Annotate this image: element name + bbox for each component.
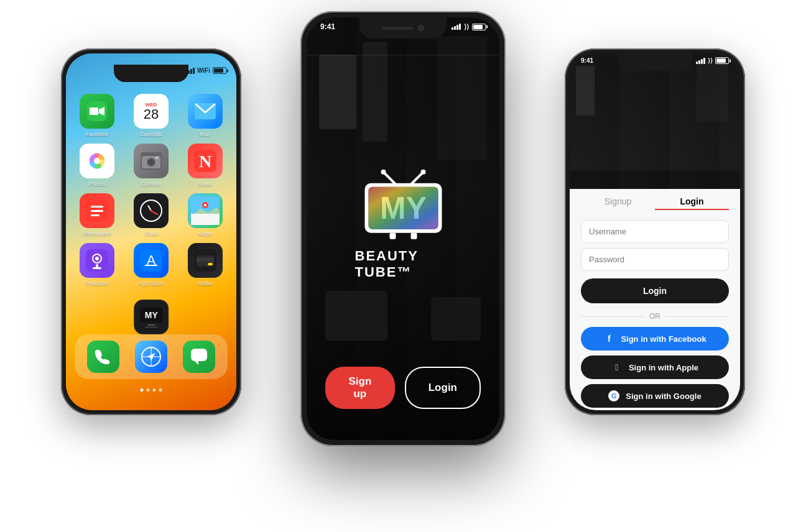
app-label-appstore: App Store — [139, 280, 164, 287]
app-label-photos: Photos — [88, 181, 106, 187]
facebook-button[interactable]: f Sign in with Facebook — [581, 327, 729, 351]
svg-rect-58 — [410, 233, 417, 239]
dock-phone[interactable] — [87, 341, 119, 373]
svg-rect-37 — [208, 263, 213, 265]
login-button-center[interactable]: Login — [405, 367, 481, 409]
notch-center — [359, 17, 447, 39]
page-dots — [141, 388, 162, 392]
svg-marker-48 — [195, 361, 198, 365]
phone-center: 9:41 ⟩⟩ — [300, 11, 506, 446]
svg-point-52 — [420, 170, 425, 175]
svg-rect-47 — [191, 349, 207, 361]
svg-rect-56 — [368, 187, 438, 229]
app-facetime[interactable]: Facetime — [75, 94, 120, 137]
svg-point-25 — [204, 204, 206, 206]
svg-point-15 — [155, 157, 158, 159]
app-label-wallet: Wallet — [197, 280, 213, 287]
svg-point-50 — [381, 170, 386, 175]
svg-point-14 — [148, 159, 154, 165]
tab-signup[interactable]: Signup — [581, 196, 655, 210]
center-logo-area: MY — [355, 166, 452, 280]
scene: 9:41 WiFi — [61, 11, 745, 521]
apple-button[interactable]:  Sign in with Apple — [581, 355, 729, 379]
google-label: Sign in with Google — [626, 392, 701, 401]
svg-rect-30 — [93, 267, 101, 269]
app-label-podcasts: Podcasts — [86, 280, 109, 287]
app-camera[interactable]: Camera — [129, 144, 174, 187]
svg-rect-23 — [191, 214, 220, 225]
battery-left — [213, 67, 226, 74]
login-submit-button[interactable]: Login — [581, 278, 729, 303]
right-top-bg — [570, 53, 740, 189]
dock-left — [75, 334, 228, 379]
app-label-maps: Maps — [198, 231, 212, 237]
signup-button[interactable]: Sign up — [325, 367, 395, 409]
brand-name: BEAUTY TUBE™ — [355, 248, 452, 280]
wifi-left: WiFi — [197, 67, 210, 74]
app-clock[interactable]: Clock — [129, 193, 174, 237]
dock-safari[interactable] — [135, 341, 167, 373]
app-label-mail: Mail — [200, 131, 210, 137]
facebook-icon: f — [603, 333, 614, 344]
app-calendar[interactable]: WED 28 Calendar — [129, 94, 174, 137]
svg-rect-20 — [91, 210, 103, 212]
svg-rect-36 — [197, 258, 214, 262]
svg-text:N: N — [199, 152, 211, 171]
app-reminders[interactable]: Reminders — [75, 193, 120, 237]
tv-logo: MY — [359, 166, 447, 241]
app-mail[interactable]: Mail — [182, 94, 228, 137]
apple-label: Sign in with Apple — [629, 363, 698, 372]
app-wallet[interactable]: Wallet — [182, 243, 228, 287]
or-divider: OR — [581, 312, 729, 321]
phone-left: 9:41 WiFi — [61, 48, 241, 415]
svg-marker-46 — [147, 351, 157, 361]
app-podcasts[interactable]: Podcasts — [75, 243, 120, 287]
facebook-label: Sign in with Facebook — [621, 334, 706, 344]
app-news[interactable]: N News — [182, 144, 228, 187]
signal-right — [696, 58, 705, 64]
clock-face — [140, 200, 162, 222]
app-label-camera: Camera — [141, 181, 161, 187]
tab-login[interactable]: Login — [655, 196, 729, 210]
svg-rect-57 — [389, 233, 396, 239]
calendar-date: 28 — [144, 108, 159, 121]
battery-right — [715, 57, 729, 64]
app-label-calendar: Calendar — [140, 131, 163, 137]
tab-row: Signup Login — [581, 196, 729, 213]
app-appstore[interactable]: A App Store — [129, 243, 174, 287]
password-input[interactable] — [581, 248, 729, 271]
battery-center — [472, 24, 486, 30]
app-grid-left: Facetime WED 28 Calendar — [66, 88, 236, 293]
signal-center — [452, 24, 461, 30]
app-label-reminders: Reminders — [84, 231, 111, 237]
login-panel: Signup Login Login OR — [570, 189, 740, 410]
dock-messages[interactable] — [183, 341, 215, 373]
time-center: 9:41 — [320, 22, 335, 31]
phone-right: 9:41 ⟩⟩ — [565, 48, 745, 415]
or-text: OR — [649, 312, 660, 321]
wifi-right: ⟩⟩ — [708, 57, 713, 64]
notch-right — [618, 53, 692, 71]
app-photos[interactable]: Photos — [75, 144, 120, 187]
time-right: 9:41 — [581, 57, 593, 64]
svg-rect-19 — [91, 206, 103, 208]
google-button[interactable]: G Sign in with Google — [581, 384, 729, 408]
notch-left — [114, 65, 188, 82]
svg-text:MY: MY — [144, 310, 158, 320]
svg-rect-21 — [91, 214, 100, 216]
app-label-news: News — [198, 181, 212, 187]
app-maps[interactable]: Maps — [182, 193, 228, 237]
svg-point-28 — [95, 257, 99, 260]
svg-marker-1 — [90, 108, 98, 115]
svg-point-10 — [94, 158, 100, 164]
apple-icon:  — [611, 362, 623, 373]
app-label-facetime: Facetime — [86, 131, 109, 137]
google-icon: G — [608, 390, 619, 401]
app-label-clock: Clock — [144, 231, 159, 237]
wifi-center: ⟩⟩ — [464, 23, 469, 31]
username-input[interactable] — [581, 220, 729, 243]
center-buttons: Sign up Login — [307, 367, 499, 409]
